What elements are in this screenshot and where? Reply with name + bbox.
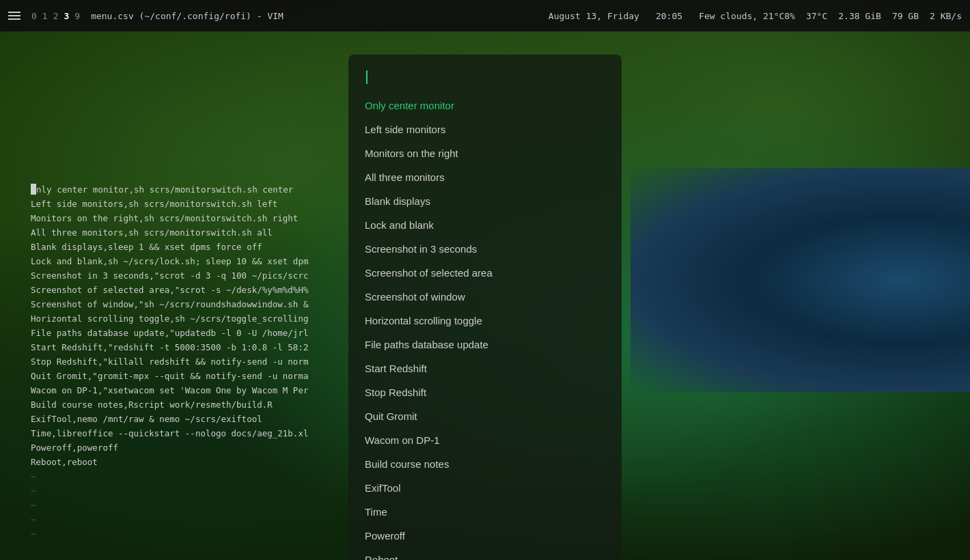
rofi-item-12[interactable]: Stop Redshift [348, 380, 622, 404]
rofi-item-0[interactable]: Only center monitor [348, 94, 622, 117]
weather-display: Few clouds, 21°C [699, 11, 784, 21]
rofi-item-13[interactable]: Quit Gromit [348, 404, 622, 428]
rofi-search-area [348, 66, 622, 94]
rofi-item-4[interactable]: Blank displays [348, 189, 622, 213]
terminal-line-16: Build course notes,Rscript work/resmeth/… [31, 400, 273, 410]
rofi-launcher: Only center monitorLeft side monitorsMon… [348, 55, 622, 560]
rofi-item-15[interactable]: Build course notes [348, 452, 622, 476]
rofi-item-6[interactable]: Screenshot in 3 seconds [348, 237, 622, 261]
window-title: menu.csv (~/conf/.config/rofi) - VIM [91, 11, 283, 21]
rofi-item-3[interactable]: All three monitors [348, 165, 622, 189]
cpu-temp-display: 37°C [806, 11, 827, 21]
rofi-item-9[interactable]: Horizontal scrolling toggle [348, 309, 622, 333]
battery-display: 8% [784, 11, 795, 21]
time-display: 20:05 [656, 11, 682, 21]
terminal-line-24: ~ [31, 514, 36, 524]
terminal-line-22: ~ [31, 486, 36, 496]
workspace-1[interactable]: 1 [42, 11, 48, 21]
terminal-line-10: Horizontal scrolling toggle,sh ~/scrs/to… [31, 313, 308, 324]
terminal-line-18: Time,libreoffice --quickstart --nologo d… [31, 428, 308, 438]
topbar: 0 1 2 3 9 menu.csv (~/conf/.config/rofi)… [0, 0, 970, 31]
terminal-line-21: ~ [31, 471, 36, 481]
topbar-center: August 13, Friday 20:05 Few clouds, 21°C [549, 11, 784, 21]
rofi-item-16[interactable]: ExifTool [348, 476, 622, 500]
rofi-item-1[interactable]: Left side monitors [348, 117, 622, 141]
terminal-line-13: Stop Redshift,"killall redshift && notif… [31, 356, 308, 367]
ram-display: 2.38 GiB [838, 11, 881, 21]
terminal-line-7: Screenshot in 3 seconds,"scrot -d 3 -q 1… [31, 270, 308, 281]
terminal-line-6: Lock and blank,sh ~/scrs/lock.sh; sleep … [31, 256, 308, 266]
rofi-item-18[interactable]: Poweroff [348, 524, 622, 548]
terminal-line-20: Reboot,reboot [31, 457, 98, 467]
terminal-line-5: Blank displays,sleep 1 && xset dpms forc… [31, 242, 262, 252]
date-display: August 13, Friday [549, 11, 639, 21]
network-display: 2 KB/s [930, 11, 962, 21]
terminal-line-19: Poweroff,poweroff [31, 443, 118, 453]
terminal-line-8: Screenshot of selected area,"scrot -s ~/… [31, 285, 308, 295]
terminal-line-4: All three monitors,sh scrs/monitorswitch… [31, 227, 273, 238]
rofi-item-7[interactable]: Screenshot of selected area [348, 261, 622, 285]
rofi-item-list: Only center monitorLeft side monitorsMon… [348, 94, 622, 561]
terminal-line-14: Quit Gromit,"gromit-mpx --quit && notify… [31, 371, 308, 381]
vim-cursor [31, 184, 36, 195]
terminal-line-17: ExifTool,nemo /mnt/raw & nemo ~/scrs/exi… [31, 414, 262, 424]
rofi-item-10[interactable]: File paths database update [348, 333, 622, 356]
topbar-right: 8% 37°C 2.38 GiB 79 GB 2 KB/s [784, 11, 962, 21]
terminal-content: nly center monitor,sh scrs/monitorswitch… [20, 31, 376, 540]
workspace-2[interactable]: 2 [53, 11, 59, 21]
terminal-line-2: Left side monitors,sh scrs/monitorswitch… [31, 199, 277, 209]
terminal-line-1: nly center monitor,sh scrs/monitorswitch… [31, 184, 293, 195]
topbar-left: 0 1 2 3 9 menu.csv (~/conf/.config/rofi)… [8, 11, 549, 21]
rofi-item-2[interactable]: Monitors on the right [348, 141, 622, 165]
terminal-line-25: ~ [31, 529, 36, 539]
rofi-item-5[interactable]: Lock and blank [348, 213, 622, 237]
rofi-item-17[interactable]: Time [348, 500, 622, 524]
rofi-item-8[interactable]: Screenshot of window [348, 285, 622, 309]
terminal-line-9: Screenshot of window,"sh ~/scrs/roundsha… [31, 299, 308, 309]
rofi-item-19[interactable]: Reboot [348, 548, 622, 561]
menu-icon[interactable] [8, 12, 20, 20]
workspace-0[interactable]: 0 [31, 11, 37, 21]
terminal-line-11: File paths database update,"updatedb -l … [31, 328, 308, 338]
terminal-line-23: ~ [31, 500, 36, 510]
workspaces: 0 1 2 3 9 [31, 11, 80, 21]
storage-display: 79 GB [892, 11, 919, 21]
rofi-search-cursor [366, 70, 368, 84]
rofi-item-11[interactable]: Start Redshift [348, 356, 622, 380]
rofi-item-14[interactable]: Wacom on DP-1 [348, 428, 622, 452]
terminal-line-3: Monitors on the right,sh scrs/monitorswi… [31, 213, 298, 223]
terminal-line-12: Start Redshift,"redshift -t 5000:3500 -b… [31, 342, 308, 352]
terminal-line-15: Wacom on DP-1,"xsetwacom set 'Wacom One … [31, 385, 308, 395]
workspace-3[interactable]: 3 [64, 11, 69, 21]
workspace-9[interactable]: 9 [74, 11, 80, 21]
